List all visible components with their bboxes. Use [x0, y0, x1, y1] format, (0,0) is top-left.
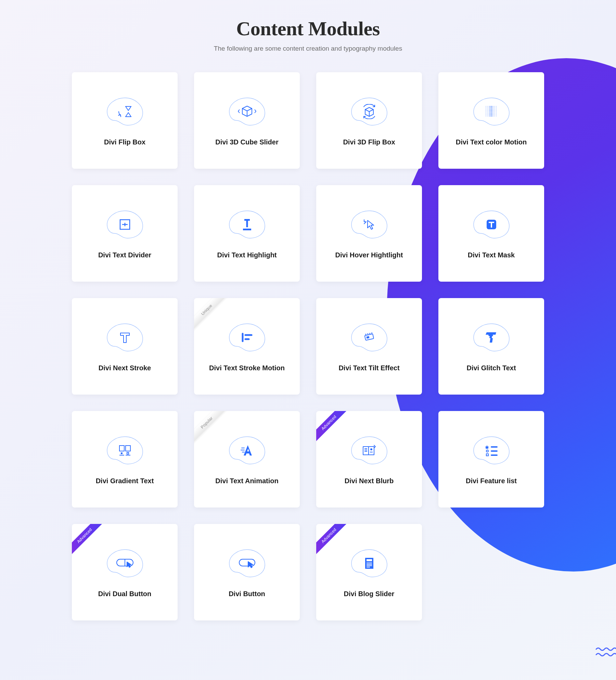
module-card-4[interactable]: Divi Text Divider — [72, 185, 178, 282]
svg-point-42 — [489, 112, 490, 113]
card-title: Divi Feature list — [466, 476, 517, 485]
module-card-6[interactable]: Divi Hover Hightlight — [316, 185, 422, 282]
module-card-5[interactable]: Divi Text Highlight — [194, 185, 300, 282]
module-card-15[interactable]: Divi Feature list — [438, 411, 544, 508]
svg-point-41 — [487, 112, 488, 113]
svg-point-15 — [490, 106, 491, 107]
svg-point-40 — [485, 112, 486, 113]
svg-rect-88 — [126, 446, 130, 451]
ribbon-advanced: Advanced — [316, 524, 352, 559]
cube-rotate-icon — [361, 104, 377, 119]
card-title: Divi Text Divider — [98, 251, 151, 259]
module-card-9[interactable]: Unique Divi Text Stroke Motion — [194, 298, 300, 395]
module-card-11[interactable]: Divi Glitch Text — [438, 298, 544, 395]
svg-point-18 — [496, 106, 497, 107]
module-card-8[interactable]: Divi Next Stroke — [72, 298, 178, 395]
card-icon-holder — [227, 435, 268, 466]
module-card-13[interactable]: Popular Divi Text Animation — [194, 411, 300, 508]
svg-rect-110 — [367, 559, 372, 561]
card-title: Divi Text Animation — [215, 476, 278, 485]
svg-point-63 — [489, 116, 490, 117]
gradient-boxes-icon — [117, 444, 132, 457]
text-animation-icon — [240, 444, 254, 457]
svg-point-65 — [492, 116, 493, 117]
module-card-0[interactable]: Divi Flip Box — [72, 72, 178, 169]
card-title: Divi 3D Cube Slider — [215, 138, 279, 146]
page-subtitle: The following are some content creation … — [72, 45, 544, 52]
card-icon-holder — [104, 209, 145, 240]
card-title: Divi Text Highlight — [217, 251, 277, 259]
card-title: Divi Next Stroke — [99, 363, 151, 372]
text-mask-icon — [485, 218, 498, 231]
card-icon-holder — [227, 322, 268, 353]
card-title: Divi Blog Slider — [344, 589, 395, 598]
blurb-book-icon — [362, 444, 377, 457]
card-title: Divi Text Mask — [468, 251, 515, 259]
svg-rect-104 — [486, 454, 488, 456]
svg-point-58 — [492, 114, 493, 115]
svg-point-33 — [485, 110, 486, 111]
module-card-14[interactable]: Advanced Divi Next Blurb — [316, 411, 422, 508]
module-card-2[interactable]: Divi 3D Flip Box — [316, 72, 422, 169]
tilt-box-icon — [362, 331, 377, 344]
card-title: Divi Text Stroke Motion — [209, 363, 285, 372]
dual-button-icon — [115, 557, 134, 569]
module-card-3[interactable]: Divi Text color Motion — [438, 72, 544, 169]
flip-hourglass-icon — [117, 104, 133, 119]
card-icon-holder — [349, 548, 390, 579]
card-title: Divi Button — [229, 589, 265, 598]
module-card-1[interactable]: Divi 3D Cube Slider — [194, 72, 300, 169]
svg-point-45 — [494, 112, 495, 113]
module-card-17[interactable]: Divi Button — [194, 524, 300, 620]
svg-point-55 — [487, 114, 488, 115]
svg-rect-101 — [491, 446, 498, 448]
card-icon-holder — [104, 548, 145, 579]
svg-point-39 — [496, 110, 497, 111]
module-card-10[interactable]: Divi Text Tilt Effect — [316, 298, 422, 395]
svg-point-16 — [492, 106, 493, 107]
stroke-t-icon — [119, 331, 131, 344]
module-card-16[interactable]: Advanced Divi Dual Button — [72, 524, 178, 620]
svg-point-28 — [489, 109, 490, 110]
svg-point-85 — [371, 332, 372, 334]
svg-point-25 — [496, 107, 497, 108]
module-card-12[interactable]: Divi Gradient Text — [72, 411, 178, 508]
svg-point-59 — [494, 114, 495, 115]
module-grid: Divi Flip Box Divi 3D Cube Slider Divi 3… — [72, 72, 544, 620]
svg-point-46 — [496, 112, 497, 113]
svg-point-60 — [496, 114, 497, 115]
svg-point-67 — [496, 116, 497, 117]
blog-page-icon — [363, 556, 375, 570]
svg-point-82 — [365, 334, 366, 335]
module-card-7[interactable]: Divi Text Mask — [438, 185, 544, 282]
module-card-18[interactable]: Advanced Divi Blog Slider — [316, 524, 422, 620]
card-icon-holder — [349, 322, 390, 353]
card-title: Divi Glitch Text — [466, 363, 516, 372]
ribbon-popular: Popular — [194, 411, 230, 446]
section-heading: Content Modules The following are some c… — [72, 17, 544, 52]
svg-point-44 — [492, 112, 493, 113]
svg-point-50 — [490, 113, 491, 114]
card-icon-holder — [227, 96, 268, 127]
feature-list-icon — [485, 445, 498, 456]
cube-slider-icon — [238, 105, 257, 118]
glitch-t-icon — [486, 331, 497, 344]
ribbon-advanced: Advanced — [72, 524, 108, 559]
card-icon-holder — [471, 322, 512, 353]
card-icon-holder — [104, 435, 145, 466]
card-icon-holder — [471, 209, 512, 240]
svg-point-32 — [496, 109, 497, 110]
svg-point-29 — [490, 109, 491, 110]
card-icon-holder — [104, 96, 145, 127]
svg-point-35 — [489, 110, 490, 111]
svg-point-14 — [489, 106, 490, 107]
wave-decoration-icon — [595, 646, 616, 659]
svg-rect-87 — [119, 446, 124, 451]
page-title: Content Modules — [72, 17, 544, 40]
ribbon-unique: Unique — [194, 298, 230, 333]
svg-point-36 — [490, 110, 491, 111]
card-icon-holder — [227, 209, 268, 240]
svg-point-22 — [490, 107, 491, 108]
svg-point-66 — [494, 116, 495, 117]
card-icon-holder — [349, 96, 390, 127]
